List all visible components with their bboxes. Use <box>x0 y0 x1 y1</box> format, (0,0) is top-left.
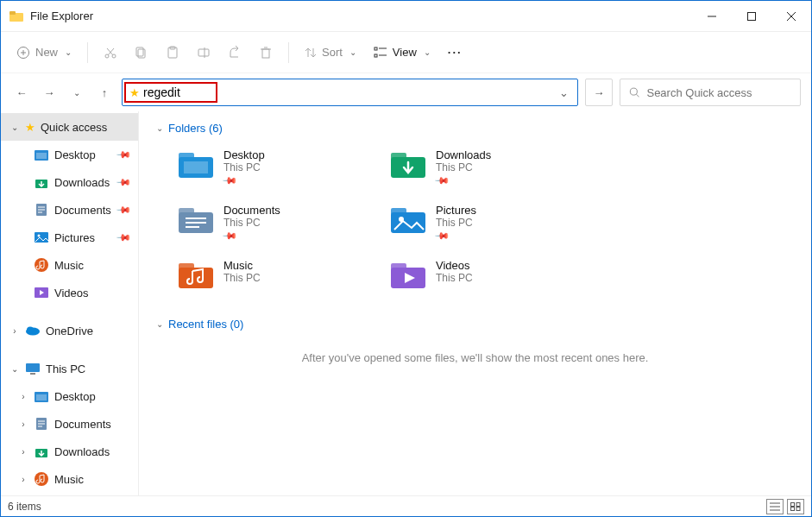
folder-icon <box>389 148 427 181</box>
folder-icon <box>177 204 215 236</box>
close-button[interactable] <box>771 1 811 32</box>
folder-item[interactable]: DesktopThis PC📌 <box>172 143 370 192</box>
back-button[interactable]: ← <box>11 82 32 103</box>
search-input[interactable] <box>646 86 791 99</box>
folder-icon <box>34 174 49 190</box>
folder-name: Documents <box>223 204 280 217</box>
delete-button[interactable] <box>252 41 280 65</box>
chevron-down-icon: ⌄ <box>9 364 20 374</box>
sidebar-item-label: Music <box>54 473 138 486</box>
copy-button[interactable] <box>128 41 155 65</box>
pin-icon: 📌 <box>115 146 131 162</box>
folder-item[interactable]: DownloadsThis PC📌 <box>384 143 582 192</box>
sidebar-item[interactable]: Desktop📌 <box>1 141 138 168</box>
sidebar-item-label: Documents <box>54 204 112 217</box>
cut-button[interactable] <box>97 41 124 65</box>
rename-icon <box>197 46 211 60</box>
pin-icon: 📌 <box>221 173 237 189</box>
search-box[interactable] <box>620 79 801 106</box>
folder-location: This PC <box>436 217 476 229</box>
address-input[interactable] <box>143 85 212 99</box>
sidebar-this-pc[interactable]: ⌄ This PC <box>1 355 138 382</box>
maximize-button[interactable] <box>732 1 771 32</box>
thumbnails-view-button[interactable] <box>787 499 804 514</box>
folder-item[interactable]: MusicThis PC <box>172 254 370 297</box>
folder-item[interactable]: VideosThis PC <box>384 254 582 297</box>
paste-button[interactable] <box>159 41 186 65</box>
folder-location: This PC <box>223 272 261 284</box>
sidebar-item-label: Documents <box>54 418 138 431</box>
share-button[interactable] <box>221 41 249 65</box>
recent-locations-button[interactable]: ⌄ <box>66 82 87 103</box>
recent-header-label: Recent files (0) <box>168 318 243 331</box>
folder-icon <box>34 147 49 162</box>
chevron-down-icon: ⌄ <box>65 47 72 57</box>
svg-rect-78 <box>796 507 800 510</box>
details-view-button[interactable] <box>766 499 784 514</box>
go-button[interactable]: → <box>585 79 613 106</box>
new-button[interactable]: New⌄ <box>9 41 79 65</box>
svg-line-29 <box>636 94 639 97</box>
sidebar-onedrive[interactable]: › OneDrive <box>1 317 138 344</box>
sidebar-item-label: Videos <box>54 287 138 299</box>
share-icon <box>228 46 242 60</box>
chevron-right-icon: › <box>18 419 28 429</box>
rename-button[interactable] <box>190 41 217 65</box>
sidebar-item-label: Downloads <box>54 176 112 189</box>
chevron-down-icon: ⌄ <box>156 319 163 329</box>
sidebar-label: This PC <box>46 363 138 375</box>
svg-rect-3 <box>748 12 756 20</box>
sidebar-item[interactable]: Downloads📌 <box>1 168 138 196</box>
folder-item[interactable]: PicturesThis PC📌 <box>384 199 582 247</box>
more-button[interactable]: ··· <box>441 41 469 64</box>
folders-section-header[interactable]: ⌄ Folders (6) <box>156 122 794 135</box>
sidebar-item[interactable]: Videos <box>1 279 138 306</box>
svg-rect-76 <box>796 502 800 506</box>
svg-rect-31 <box>36 153 47 159</box>
svg-rect-70 <box>391 263 406 270</box>
folder-icon <box>389 259 427 292</box>
copy-icon <box>135 46 148 60</box>
forward-button[interactable]: → <box>39 82 60 103</box>
recent-section-header[interactable]: ⌄ Recent files (0) <box>156 318 794 331</box>
address-bar[interactable]: ★ ⌄ <box>122 79 578 106</box>
sidebar-label: OneDrive <box>46 325 138 337</box>
separator <box>288 42 289 63</box>
svg-rect-77 <box>791 507 795 510</box>
view-button[interactable]: View⌄ <box>367 41 437 64</box>
sidebar-item[interactable]: Documents📌 <box>1 196 138 224</box>
folder-icon <box>34 285 49 300</box>
folder-location: This PC <box>223 161 265 173</box>
svg-rect-58 <box>391 153 406 160</box>
folder-icon <box>34 471 49 487</box>
up-button[interactable]: ↑ <box>94 82 115 103</box>
folders-header-label: Folders (6) <box>168 122 223 135</box>
search-icon <box>629 86 639 98</box>
svg-point-38 <box>38 235 41 237</box>
clipboard-icon <box>166 46 179 60</box>
svg-rect-1 <box>9 11 16 15</box>
sidebar-item-label: Music <box>54 259 138 272</box>
folder-icon <box>389 204 427 236</box>
address-dropdown-button[interactable]: ⌄ <box>551 86 577 99</box>
chevron-down-icon: ⌄ <box>424 47 431 57</box>
folder-location: This PC <box>436 272 473 284</box>
sidebar-item[interactable]: ›Desktop <box>1 382 138 410</box>
sidebar-item[interactable]: Pictures📌 <box>1 224 138 251</box>
sidebar-item[interactable]: ›Documents <box>1 410 138 438</box>
sidebar-item[interactable]: ›Music <box>1 465 138 493</box>
sidebar-item[interactable]: Music <box>1 251 138 279</box>
svg-point-28 <box>630 88 637 95</box>
chevron-down-icon: ⌄ <box>349 47 356 57</box>
sort-button[interactable]: Sort⌄ <box>298 41 363 64</box>
sidebar-item[interactable]: ›Downloads <box>1 438 138 465</box>
sidebar-quick-access[interactable]: ⌄ ★ Quick access <box>1 113 138 141</box>
recent-empty-message: After you've opened some files, we'll sh… <box>156 351 794 364</box>
folder-item[interactable]: DocumentsThis PC📌 <box>172 199 370 247</box>
svg-rect-25 <box>375 54 377 57</box>
status-item-count: 6 items <box>8 501 41 513</box>
monitor-icon <box>25 361 41 376</box>
sidebar-item-label: Pictures <box>54 231 112 244</box>
minimize-button[interactable] <box>692 1 732 32</box>
plus-circle-icon <box>16 46 30 60</box>
